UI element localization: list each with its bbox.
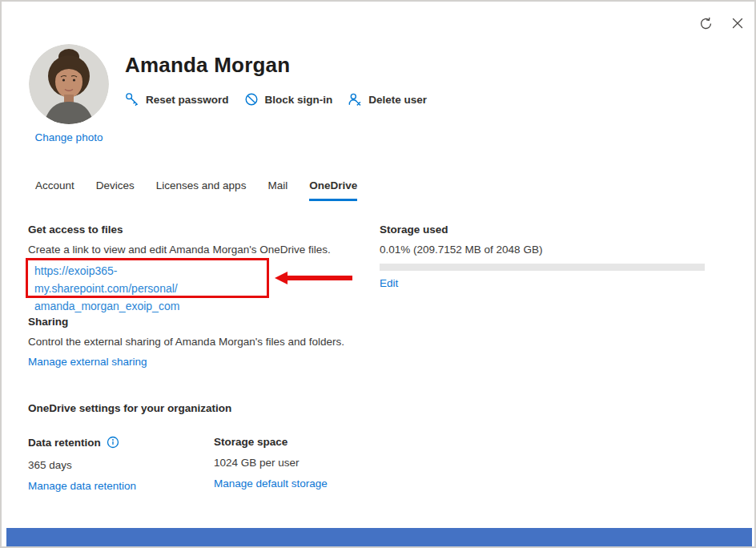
tab-mail[interactable]: Mail <box>259 173 296 201</box>
edit-storage-link[interactable]: Edit <box>380 277 398 289</box>
action-label: Delete user <box>368 94 427 106</box>
block-sign-in-button[interactable]: Block sign-in <box>243 91 335 108</box>
manage-data-retention-link[interactable]: Manage data retention <box>28 480 136 492</box>
storage-used-value: 0.01% (209.7152 MB of 2048 GB) <box>380 244 542 256</box>
storage-progress-bar <box>380 264 705 271</box>
storage-used-heading: Storage used <box>380 224 448 236</box>
tab-account[interactable]: Account <box>26 173 83 201</box>
window-controls <box>695 13 748 34</box>
red-highlight-box: https://exoip365-my.sharepoint.com/perso… <box>26 258 269 298</box>
block-icon <box>244 92 259 107</box>
key-icon <box>125 92 139 107</box>
data-retention-value: 365 days <box>28 459 72 471</box>
close-icon[interactable] <box>727 13 748 34</box>
user-flyout-panel: Change photo Amanda Morgan Reset passwor… <box>0 0 756 548</box>
get-access-description: Create a link to view and edit Amanda Mo… <box>28 244 331 256</box>
page-title: Amanda Morgan <box>125 53 290 78</box>
sharing-description: Control the external sharing of Amanda M… <box>28 336 344 348</box>
tab-devices[interactable]: Devices <box>87 173 143 201</box>
user-action-bar: Reset password Block sign-in Delete user <box>123 91 428 108</box>
onedrive-url-link[interactable]: https://exoip365-my.sharepoint.com/perso… <box>34 262 260 315</box>
storage-space-label: Storage space <box>214 436 288 448</box>
tab-onedrive[interactable]: OneDrive <box>300 173 366 201</box>
bottom-blue-bar <box>6 528 752 548</box>
reset-password-button[interactable]: Reset password <box>123 91 231 108</box>
tab-bar: Account Devices Licenses and apps Mail O… <box>26 173 366 201</box>
data-retention-label: Data retention <box>28 437 101 449</box>
red-arrow-left-icon <box>275 270 352 286</box>
refresh-icon[interactable] <box>695 13 716 34</box>
manage-external-sharing-link[interactable]: Manage external sharing <box>28 356 147 368</box>
avatar <box>29 44 109 124</box>
info-icon[interactable] <box>107 436 119 449</box>
manage-default-storage-link[interactable]: Manage default storage <box>214 477 328 490</box>
sharing-heading: Sharing <box>28 316 68 328</box>
tab-licenses-and-apps[interactable]: Licenses and apps <box>147 173 255 201</box>
change-photo-link[interactable]: Change photo <box>35 131 103 143</box>
action-label: Block sign-in <box>265 94 333 106</box>
storage-space-value: 1024 GB per user <box>214 457 300 469</box>
delete-user-button[interactable]: Delete user <box>346 91 428 108</box>
action-label: Reset password <box>146 94 229 106</box>
org-settings-heading: OneDrive settings for your organization <box>28 402 231 414</box>
avatar-block: Change photo <box>29 44 109 144</box>
get-access-heading: Get access to files <box>28 224 123 236</box>
person-delete-icon <box>348 92 362 107</box>
data-retention-label-row: Data retention <box>28 436 119 449</box>
